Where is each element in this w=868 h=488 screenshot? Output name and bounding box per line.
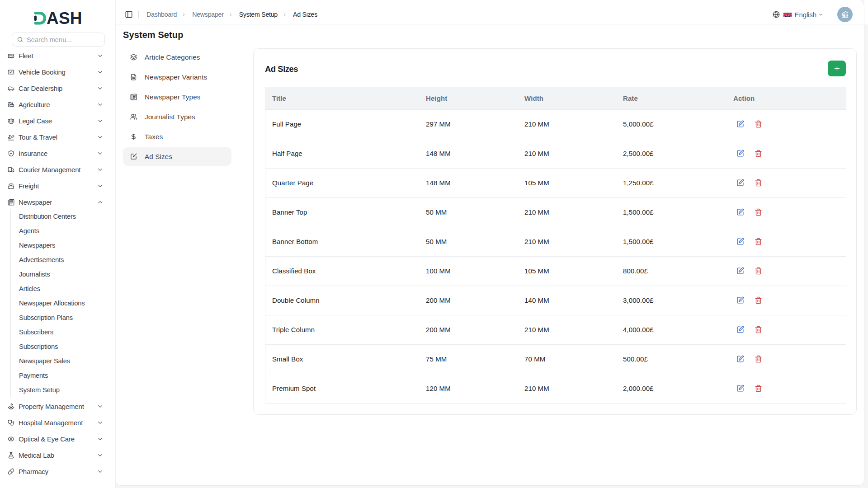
svg-text:ASH: ASH [47, 10, 82, 27]
